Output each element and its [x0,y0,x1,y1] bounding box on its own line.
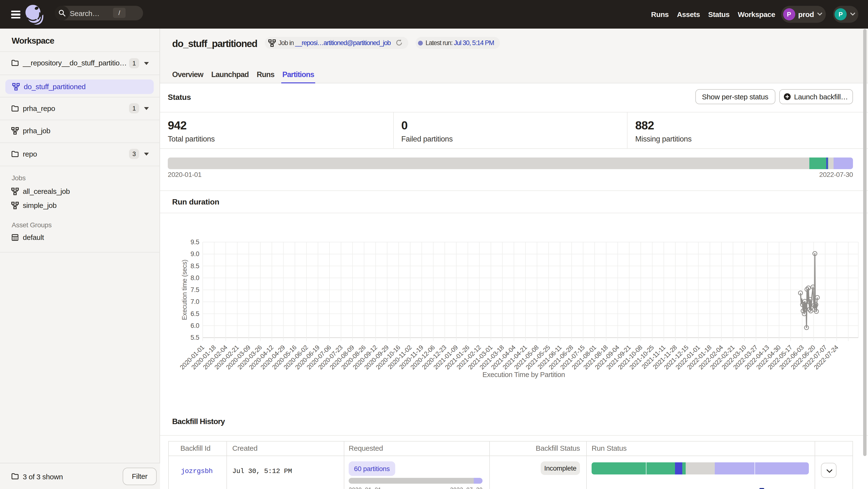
svg-text:8.5: 8.5 [191,262,199,270]
svg-text:8.0: 8.0 [191,274,199,282]
svg-text:6.0: 6.0 [191,322,199,329]
svg-text:9.0: 9.0 [191,250,199,258]
svg-text:5.5: 5.5 [191,334,199,341]
svg-text:9.5: 9.5 [191,238,199,246]
svg-text:Execution time (secs): Execution time (secs) [181,260,188,320]
svg-text:7.0: 7.0 [191,298,199,305]
svg-text:7.5: 7.5 [191,286,199,293]
svg-text:Execution Time by Partition: Execution Time by Partition [483,371,565,379]
svg-text:6.5: 6.5 [191,310,199,318]
